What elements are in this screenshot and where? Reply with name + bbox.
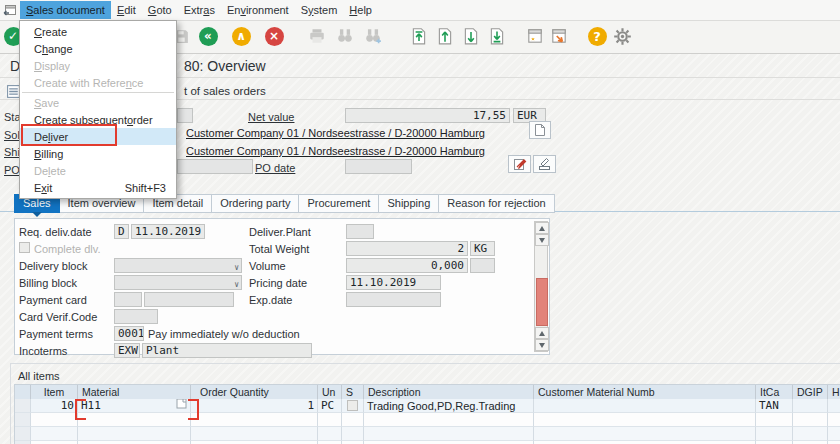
po-date-field[interactable]: [345, 159, 412, 174]
ship-to-party-label-fragment[interactable]: Shi: [4, 145, 20, 159]
un-cell[interactable]: [318, 413, 342, 427]
sold-to-party-label-fragment[interactable]: Sol: [4, 128, 20, 142]
menubar-item-system[interactable]: System: [295, 1, 344, 19]
incoterms-text-field[interactable]: Plant: [142, 343, 312, 358]
order-quantity-cell[interactable]: [191, 413, 318, 427]
tab-shipping[interactable]: Shipping: [379, 194, 439, 213]
s-cell[interactable]: [342, 399, 364, 413]
menu-item-create-subsequent-order[interactable]: Create subsequent order: [20, 111, 176, 128]
item-cell[interactable]: 10: [31, 399, 78, 413]
menu-bar: Sales document Edit Goto Extras Environm…: [0, 0, 840, 21]
menubar-item-environment[interactable]: Environment: [221, 1, 295, 19]
un-cell[interactable]: [318, 427, 342, 441]
scroll-down-button[interactable]: [535, 234, 549, 246]
req-deliv-date-type-field[interactable]: D: [114, 224, 129, 239]
h-cell[interactable]: [828, 427, 840, 441]
new-session-icon[interactable]: [524, 25, 546, 47]
menubar-item-goto[interactable]: Goto: [142, 1, 178, 19]
req-deliv-date-field[interactable]: 11.10.2019: [131, 224, 205, 239]
exp-date-field[interactable]: [346, 292, 441, 307]
s-cell[interactable]: [342, 413, 364, 427]
tab-procurement[interactable]: Procurement: [299, 194, 379, 213]
order-quantity-cell[interactable]: [191, 427, 318, 441]
po-number-field-fragment[interactable]: [177, 159, 253, 174]
tab-reason-for-rejection[interactable]: Reason for rejection: [439, 194, 554, 213]
row-select-cell[interactable]: [15, 427, 31, 441]
window-menu-icon[interactable]: [0, 1, 20, 19]
material-detail-icon[interactable]: [176, 399, 187, 413]
dgip-cell[interactable]: [793, 399, 828, 413]
row-select-cell[interactable]: [15, 413, 31, 427]
order-number-field-fragment[interactable]: [177, 108, 193, 123]
scrollbar-thumb[interactable]: [536, 278, 548, 326]
exit-icon[interactable]: ∧: [230, 25, 252, 47]
payment-terms-text: Pay immediately w/o deduction: [148, 327, 300, 341]
back-icon[interactable]: «: [197, 25, 219, 47]
output-stamp-icon[interactable]: [533, 155, 556, 173]
payment-card-type-field[interactable]: [114, 292, 142, 307]
scroll-down-button-bottom[interactable]: [535, 339, 549, 351]
menu-item-display: Display: [20, 57, 176, 74]
item-cell[interactable]: [31, 427, 78, 441]
itca-cell[interactable]: [756, 427, 793, 441]
tab-ordering-party[interactable]: Ordering party: [212, 194, 299, 213]
itca-cell[interactable]: TAN: [756, 399, 793, 413]
ship-to-party-link[interactable]: Customer Company 01 / Nordseestrasse / D…: [186, 145, 485, 157]
cancel-icon[interactable]: ×: [263, 25, 285, 47]
scroll-up-button-bottom[interactable]: [535, 327, 549, 339]
dgip-cell[interactable]: [793, 427, 828, 441]
deliver-plant-field[interactable]: [346, 224, 374, 239]
first-page-icon[interactable]: [408, 25, 430, 47]
item-cell[interactable]: [31, 413, 78, 427]
incoterms-field[interactable]: EXW: [114, 343, 140, 358]
net-value-label[interactable]: Net value: [248, 110, 294, 124]
page-down-icon[interactable]: [460, 25, 482, 47]
un-cell[interactable]: PC: [318, 399, 342, 413]
customer-material-cell[interactable]: [534, 413, 756, 427]
billing-block-dropdown[interactable]: ∨: [114, 275, 242, 290]
description-cell[interactable]: Trading Good,PD,Reg.Trading: [364, 399, 534, 413]
material-cell[interactable]: H11: [78, 399, 191, 413]
menu-item-create[interactable]: Create: [20, 23, 176, 40]
menu-item-billing[interactable]: Billing: [20, 145, 176, 162]
menu-item-change[interactable]: Change: [20, 40, 176, 57]
payment-card-number-field[interactable]: [144, 292, 234, 307]
menubar-item-edit[interactable]: Edit: [111, 1, 142, 19]
po-date-label[interactable]: PO date: [255, 161, 295, 175]
panel-scrollbar[interactable]: [534, 221, 548, 352]
itca-cell[interactable]: [756, 413, 793, 427]
menubar-item-help[interactable]: Help: [343, 1, 378, 19]
material-cell[interactable]: [78, 413, 191, 427]
customer-material-cell[interactable]: [534, 399, 756, 413]
menubar-item-sales-document[interactable]: Sales document: [20, 1, 111, 19]
card-verif-code-field[interactable]: [114, 309, 158, 324]
description-cell[interactable]: [364, 427, 534, 441]
order-quantity-cell[interactable]: 1: [191, 399, 318, 413]
menubar-item-extras[interactable]: Extras: [178, 1, 221, 19]
h-cell[interactable]: [828, 399, 840, 413]
menu-item-exit[interactable]: Exit Shift+F3: [20, 179, 176, 196]
customize-layout-icon[interactable]: [611, 25, 633, 47]
help-icon[interactable]: ?: [586, 25, 608, 47]
deliver-plant-label: Deliver.Plant: [249, 225, 311, 239]
s-cell[interactable]: [342, 427, 364, 441]
h-cell[interactable]: [828, 413, 840, 427]
payment-terms-field[interactable]: 0001: [114, 326, 144, 341]
po-number-label-fragment[interactable]: PO: [4, 163, 20, 177]
pricing-date-field[interactable]: 11.10.2019: [346, 275, 441, 290]
menu-item-deliver[interactable]: Deliver: [20, 128, 176, 145]
last-page-icon[interactable]: [486, 25, 508, 47]
dgip-cell[interactable]: [793, 413, 828, 427]
page-up-icon[interactable]: [434, 25, 456, 47]
material-cell[interactable]: [78, 427, 191, 441]
description-cell[interactable]: [364, 413, 534, 427]
create-shortcut-icon[interactable]: [548, 25, 570, 47]
display-doc-icon[interactable]: [508, 155, 531, 173]
sold-to-party-link[interactable]: Customer Company 01 / Nordseestrasse / D…: [186, 127, 485, 139]
customer-material-cell[interactable]: [534, 427, 756, 441]
row-select-cell[interactable]: [15, 399, 31, 413]
list-of-sales-orders-button[interactable]: t of sales orders: [184, 84, 266, 98]
delivery-block-dropdown[interactable]: ∨: [114, 258, 242, 273]
document-icon[interactable]: [529, 121, 551, 139]
scroll-up-button[interactable]: [535, 222, 549, 234]
